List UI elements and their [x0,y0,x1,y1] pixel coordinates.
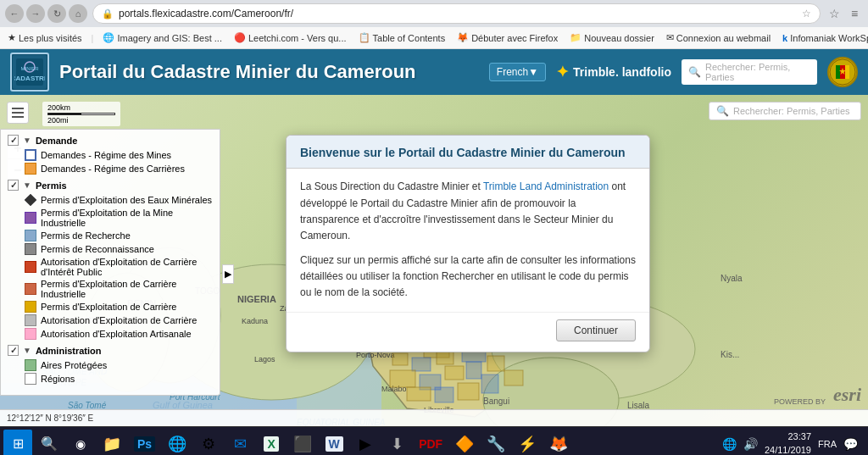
taskbar-photoshop[interactable]: Ps [129,430,160,456]
bookmark-nouveau[interactable]: 📁 Nouveau dossier [567,31,657,44]
firefox-taskbar-icon: 🦊 [549,435,568,453]
ie-icon: 🌐 [168,435,186,453]
bookmark-btn[interactable]: ☆ [826,5,843,22]
home-button[interactable]: ⌂ [69,4,87,23]
menu-btn[interactable]: ≡ [846,5,863,22]
taskbar-ie[interactable]: 🌐 [163,430,192,456]
taskbar-volume-icon: 🔊 [743,437,758,451]
taskbar-network-icon: 🌐 [722,437,737,451]
lang-label: French▼ [497,66,538,78]
emblem-svg [829,58,856,86]
taskbar-search[interactable]: 🔍 [35,430,64,456]
lock-icon: 🔒 [102,8,114,19]
browser-toolbar: ← → ↻ ⌂ 🔒 portals.flexicadastre.com/Came… [0,0,868,27]
modal-overlay: Bienvenue sur le Portail du Cadastre Min… [0,95,868,426]
taskbar-media1[interactable]: ▶ [351,430,380,456]
mail-icon: ✉ [666,32,674,43]
logo-inner: CADASTRE MINIER [13,55,47,89]
tool1-icon: 🔧 [487,435,505,453]
bookmark-webmail[interactable]: ✉ Connexion au webmail [664,31,773,44]
trimble-t-icon: ✦ [556,63,569,81]
windows-icon: ⊞ [13,436,24,452]
browser-chrome: ← → ↻ ⌂ 🔒 portals.flexicadastre.com/Came… [0,0,868,49]
refresh-button[interactable]: ↻ [47,4,66,23]
firefox-icon: 🦊 [457,32,469,43]
taskbar-tool1[interactable]: 🔧 [481,430,510,456]
globe-icon: 🌐 [103,32,114,43]
mail-taskbar-icon: ✉ [234,435,247,453]
file-explorer-icon: 📁 [103,435,121,453]
bookmark-toc[interactable]: 📋 Table of Contents [356,31,448,44]
search-taskbar-icon: 🔍 [41,436,58,452]
excel-icon: X [264,436,278,452]
star-icon: ☆ [802,8,811,19]
taskbar-right: 🌐 🔊 23:37 24/11/2019 FRA 💬 [722,430,865,455]
address-bar[interactable]: 🔒 portals.flexicadastre.com/Cameroon/fr/… [92,3,821,24]
modal-body-text-1: La Sous Direction du Cadastre Minier et [300,180,483,192]
k-icon: k [782,33,787,43]
search-icon: 🔍 [688,66,701,78]
taskbar-cortana[interactable]: ◉ [66,430,95,456]
taskbar-excel[interactable]: X [257,430,286,456]
star-icon: ★ [8,32,16,43]
browser-actions: ☆ ≡ [826,5,863,22]
bookmark-infomaniak[interactable]: k Infomaniak WorkSpace [780,32,868,44]
header-search-box[interactable]: 🔍 Rechercher: Permis, Parties [682,59,817,85]
taskbar-pdf[interactable]: PDF [414,430,448,456]
trimble-label: Trimble. landfolio [573,65,671,79]
app-red-icon: ⬛ [293,435,312,453]
bookmark-visited[interactable]: ★ Les plus visités [5,31,85,44]
taskbar-time: 23:37 [765,430,811,443]
taskbar: ⊞ 🔍 ◉ 📁 Ps 🌐 ⚙ ✉ X ⬛ W ▶ ⬇ PDF 🔶 🔧 [0,426,868,455]
app-logo: CADASTRE MINIER [10,53,49,92]
bookmark-leetchi[interactable]: 🔴 Leetchi.com - Vers qu... [231,31,349,44]
taskbar-settings[interactable]: ⚙ [194,430,223,456]
media1-icon: ▶ [359,435,371,453]
taskbar-firefox[interactable]: 🦊 [544,430,573,456]
settings-icon: ⚙ [202,435,215,453]
country-emblem [827,57,858,87]
taskbar-mail[interactable]: ✉ [225,430,254,456]
svg-text:MINIER: MINIER [21,66,40,71]
tool2-icon: ⚡ [518,435,537,453]
cortana-icon: ◉ [75,437,86,451]
svg-text:CADASTRE: CADASTRE [14,75,45,82]
vlc-icon: 🔶 [455,435,474,453]
taskbar-tool2[interactable]: ⚡ [513,430,542,456]
url-text: portals.flexicadastre.com/Cameroon/fr/ [119,8,797,19]
photoshop-icon: Ps [134,436,155,452]
app-title: Portail du Cadastre Minier du Cameroun [59,61,479,83]
taskbar-windows-start[interactable]: ⊞ [3,430,32,456]
pdf-icon: PDF [419,437,442,451]
modal-link[interactable]: Trimble Land Administration [483,180,609,192]
bookmark-imagery[interactable]: 🌐 Imagery and GIS: Best ... [100,31,225,44]
bookmarks-bar: ★ Les plus visités | 🌐 Imagery and GIS: … [0,27,868,49]
taskbar-word[interactable]: W [320,430,348,456]
back-button[interactable]: ← [5,4,24,23]
taskbar-download[interactable]: ⬇ [382,430,411,456]
taskbar-time-display: 23:37 24/11/2019 [765,430,811,455]
modal-dialog: Bienvenue sur le Portail du Cadastre Min… [286,135,650,352]
bookmark-firefox[interactable]: 🦊 Débuter avec Firefox [454,31,560,44]
modal-footer: Continuer [287,312,649,352]
taskbar-notification-icon: 💬 [843,437,858,451]
modal-paragraph-2: Cliquez sur un permis affiché sur la car… [300,252,636,302]
taskbar-date: 24/11/2019 [765,444,811,456]
modal-body: La Sous Direction du Cadastre Minier et … [287,169,649,311]
map-container[interactable]: Gulf of Guinea N'Djamena BENIN GHANA TOG… [0,95,868,426]
lang-selector[interactable]: French▼ [489,63,546,81]
modal-title: Bienvenue sur le Portail du Cadastre Min… [300,146,636,159]
taskbar-app-red[interactable]: ⬛ [288,430,317,456]
continue-button[interactable]: Continuer [556,319,636,341]
svg-rect-5 [836,65,840,79]
word-icon: W [326,436,343,452]
table-icon: 📋 [359,32,370,43]
taskbar-lang: FRA [818,439,837,449]
taskbar-vlc[interactable]: 🔶 [450,430,479,456]
taskbar-file-explorer[interactable]: 📁 [97,430,126,456]
trimble-logo: ✦ Trimble. landfolio [556,63,671,81]
svg-rect-7 [845,65,849,79]
app-header: CADASTRE MINIER Portail du Cadastre Mini… [0,49,868,95]
forward-button[interactable]: → [26,4,45,23]
modal-paragraph-1: La Sous Direction du Cadastre Minier et … [300,179,636,244]
